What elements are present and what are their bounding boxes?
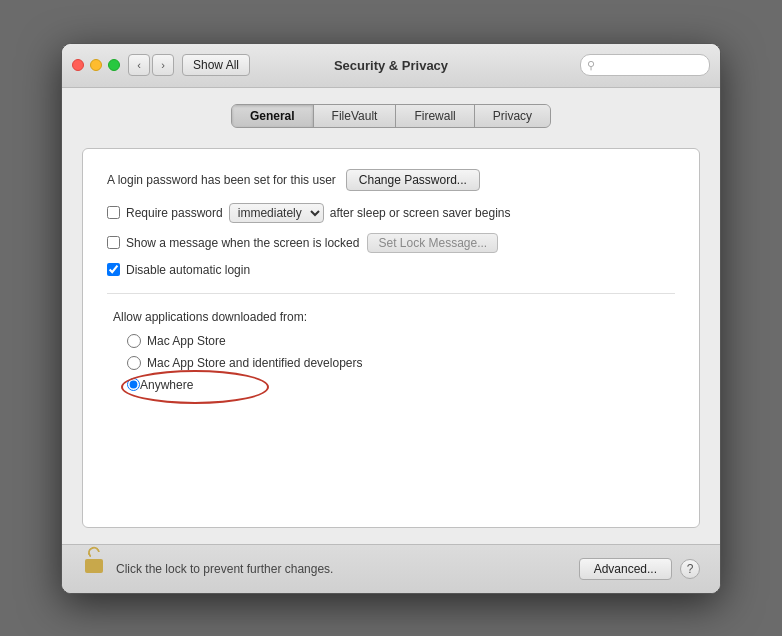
require-password-suffix: after sleep or screen saver begins — [330, 206, 511, 220]
require-password-row: Require password immediately after sleep… — [107, 203, 675, 223]
traffic-lights — [72, 59, 120, 71]
nav-buttons: ‹ › — [128, 54, 174, 76]
search-input[interactable] — [598, 58, 703, 72]
anywhere-radio[interactable] — [127, 378, 140, 391]
anywhere-label: Anywhere — [140, 378, 193, 392]
maximize-button[interactable] — [108, 59, 120, 71]
close-button[interactable] — [72, 59, 84, 71]
mac-app-store-dev-row: Mac App Store and identified developers — [127, 356, 675, 370]
immediately-select[interactable]: immediately — [229, 203, 324, 223]
show-message-checkbox[interactable] — [107, 236, 120, 249]
tab-filevault[interactable]: FileVault — [314, 105, 397, 127]
mac-app-store-row: Mac App Store — [127, 334, 675, 348]
forward-button[interactable]: › — [152, 54, 174, 76]
tab-privacy[interactable]: Privacy — [475, 105, 550, 127]
show-message-row: Show a message when the screen is locked… — [107, 233, 675, 253]
content-area: General FileVault Firewall Privacy A log… — [62, 88, 720, 544]
tab-general[interactable]: General — [232, 105, 314, 127]
show-all-button[interactable]: Show All — [182, 54, 250, 76]
minimize-button[interactable] — [90, 59, 102, 71]
mac-app-store-label: Mac App Store — [147, 334, 226, 348]
change-password-button[interactable]: Change Password... — [346, 169, 480, 191]
lock-icon[interactable] — [82, 555, 106, 583]
footer: Click the lock to prevent further change… — [62, 544, 720, 593]
titlebar: ‹ › Show All Security & Privacy ⚲ — [62, 44, 720, 88]
disable-login-checkbox[interactable] — [107, 263, 120, 276]
anywhere-row: Anywhere — [127, 378, 675, 392]
tab-firewall[interactable]: Firewall — [396, 105, 474, 127]
show-message-label: Show a message when the screen is locked — [126, 236, 359, 250]
disable-login-label: Disable automatic login — [126, 263, 250, 277]
back-button[interactable]: ‹ — [128, 54, 150, 76]
general-panel: A login password has been set for this u… — [82, 148, 700, 528]
require-password-checkbox[interactable] — [107, 206, 120, 219]
mac-app-store-radio[interactable] — [127, 334, 141, 348]
lock-body — [85, 559, 103, 573]
disable-login-row: Disable automatic login — [107, 263, 675, 277]
login-text: A login password has been set for this u… — [107, 173, 336, 187]
login-row: A login password has been set for this u… — [107, 169, 675, 191]
mac-app-store-dev-radio[interactable] — [127, 356, 141, 370]
footer-right: Advanced... ? — [579, 558, 700, 580]
search-box[interactable]: ⚲ — [580, 54, 710, 76]
set-lock-message-button[interactable]: Set Lock Message... — [367, 233, 498, 253]
search-icon: ⚲ — [587, 59, 595, 72]
mac-app-store-dev-label: Mac App Store and identified developers — [147, 356, 362, 370]
footer-lock-text: Click the lock to prevent further change… — [116, 562, 579, 576]
allow-apps-label: Allow applications downloaded from: — [113, 310, 675, 324]
help-button[interactable]: ? — [680, 559, 700, 579]
lock-shackle — [86, 544, 100, 557]
divider — [107, 293, 675, 294]
window: ‹ › Show All Security & Privacy ⚲ Genera… — [61, 43, 721, 594]
tab-group: General FileVault Firewall Privacy — [231, 104, 551, 128]
require-password-prefix: Require password — [126, 206, 223, 220]
tabs-row: General FileVault Firewall Privacy — [82, 104, 700, 128]
advanced-button[interactable]: Advanced... — [579, 558, 672, 580]
window-title: Security & Privacy — [334, 58, 448, 73]
